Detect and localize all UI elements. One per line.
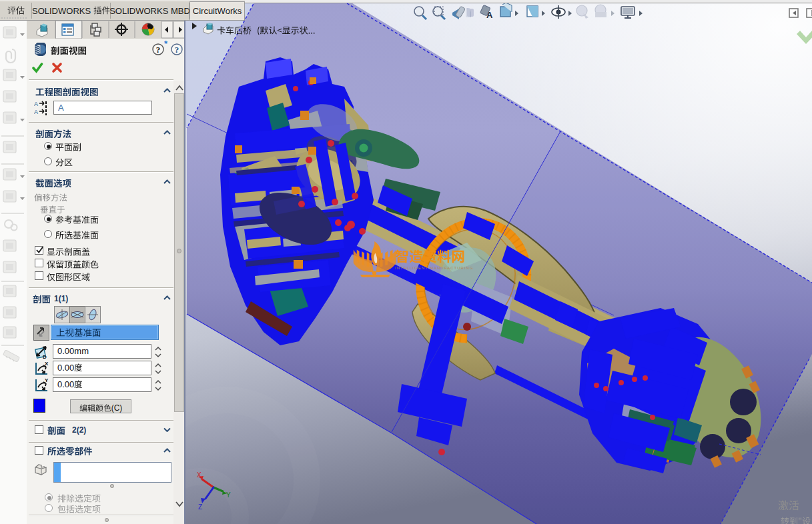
svg-text:?: ? [175, 45, 179, 55]
svg-text:Y: Y [226, 491, 231, 499]
svg-text:*: * [164, 40, 168, 49]
svg-text:Z: Z [198, 503, 202, 511]
svg-text:X: X [45, 361, 49, 367]
svg-text:X: X [197, 471, 201, 479]
svg-text:A: A [34, 109, 38, 115]
svg-text:A: A [34, 101, 38, 107]
svg-text:D: D [43, 354, 47, 359]
svg-text:A: A [486, 10, 493, 20]
svg-text:?: ? [156, 45, 161, 55]
svg-text:Y: Y [45, 378, 49, 383]
